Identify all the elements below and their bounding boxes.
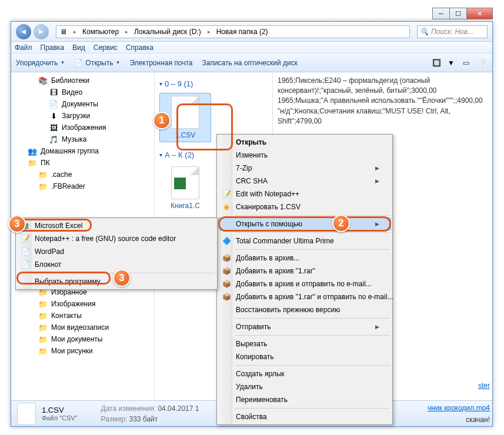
tree-pc[interactable]: 📁ПК — [11, 157, 154, 169]
menu-file[interactable]: Файл — [15, 44, 32, 52]
tree-item[interactable]: 📄Документы — [11, 98, 154, 110]
tree-item[interactable]: 🎞Видео — [11, 86, 154, 98]
file-label: Книга1.С — [162, 202, 209, 210]
tree-item[interactable]: 🖼Изображения — [11, 122, 154, 133]
folder-icon: 📁 — [38, 170, 48, 179]
toolbar: Упорядочить▼ 📄Открыть▼ Электронная почта… — [11, 53, 492, 72]
status-date-label: Дата изменения: — [101, 404, 156, 413]
ctx-open[interactable]: Открыть — [218, 136, 391, 149]
callout-badge-2: 2 — [332, 215, 350, 232]
tree-item[interactable]: 📁.FBReader — [11, 180, 154, 192]
maximize-button[interactable]: ☐ — [449, 8, 467, 19]
ctx-delete[interactable]: Удалить — [218, 380, 391, 393]
music-icon: 🎵 — [49, 135, 58, 144]
tree-item[interactable]: 📁Мои рисунки — [11, 345, 154, 357]
folder-icon: 📁 — [38, 323, 48, 332]
ctx-cut[interactable]: Вырезать — [218, 337, 391, 350]
forward-button[interactable]: ► — [34, 24, 49, 39]
status-date: 04.04.2017 1 — [158, 404, 199, 413]
email-button[interactable]: Электронная почта — [129, 59, 192, 67]
ctx-copy[interactable]: Копировать — [218, 350, 391, 363]
burn-button[interactable]: Записать на оптический диск — [202, 59, 298, 67]
tree-libraries[interactable]: 📚Библиотеки — [11, 75, 154, 86]
tree-item[interactable]: 📁Контакты — [11, 310, 154, 322]
folder-icon: 📁 — [38, 334, 48, 344]
close-button[interactable]: ✕ — [466, 8, 493, 19]
download-icon: ⬇ — [49, 111, 58, 121]
view-dropdown[interactable]: ▼ — [448, 59, 455, 67]
folder-icon: 📁 — [28, 158, 37, 168]
ctx-archive[interactable]: 📦Добавить в архив и отправить по e-mail.… — [218, 277, 391, 290]
breadcrumb[interactable]: Компьютер — [79, 28, 123, 36]
menu-tools[interactable]: Сервис — [94, 44, 118, 52]
search-placeholder: Поиск: Нов... — [431, 28, 473, 36]
group-header[interactable]: 0 – 9 (1) — [159, 79, 268, 88]
ctx-edit[interactable]: Изменить — [218, 149, 391, 162]
folder-icon: 📁 — [38, 311, 48, 320]
callout-ring-2 — [218, 216, 391, 232]
ctx-7zip[interactable]: 7-Zip▶ — [218, 162, 391, 175]
address-bar[interactable]: 🖥▸ Компьютер▸ Локальный диск (D:)▸ Новая… — [56, 25, 410, 38]
ctx-archive[interactable]: 📦Добавить в архив "1.rar" и отправить по… — [218, 290, 391, 303]
menu-help[interactable]: Справка — [126, 44, 153, 52]
document-icon: 📄 — [49, 99, 58, 109]
ctx-scan[interactable]: ◉Сканировать 1.CSV — [218, 200, 391, 213]
file-icon — [17, 403, 36, 425]
file-book1[interactable]: Книга1.С — [159, 164, 211, 212]
menu-bar: Файл Правка Вид Сервис Справка — [11, 42, 492, 53]
ctx-archive[interactable]: 📦Добавить в архив... — [218, 252, 391, 265]
tree-item[interactable]: 📁Мои видеозаписи — [11, 322, 154, 333]
ctx-properties[interactable]: Свойства — [218, 410, 391, 423]
back-button[interactable]: ◄ — [16, 24, 31, 39]
tree-item[interactable]: 📁Изображения — [11, 298, 154, 310]
breadcrumb[interactable]: Новая папка (2) — [213, 28, 272, 36]
preview-pane-icon[interactable]: ▭ — [460, 58, 471, 68]
extra-link[interactable]: ster — [478, 382, 490, 390]
menu-view[interactable]: Вид — [72, 44, 85, 52]
help-icon[interactable]: ❔ — [477, 58, 488, 68]
ctx-editnp[interactable]: 📝Edit with Notepad++ — [218, 188, 391, 200]
ctx-npp[interactable]: 📝Notepad++ : a free (GNU) source code ed… — [17, 232, 216, 245]
search-icon: 🔍 — [420, 28, 429, 36]
extra-link[interactable]: чник крокодил.mp4 — [428, 404, 490, 412]
nav-bar: ◄ ► 🖥▸ Компьютер▸ Локальный диск (D:)▸ Н… — [11, 22, 492, 42]
callout-badge-1: 1 — [153, 112, 171, 129]
callout-ring-3b — [16, 272, 111, 285]
organize-button[interactable]: Упорядочить▼ — [16, 59, 65, 67]
tree-item[interactable]: 📁Мои документы — [11, 333, 154, 345]
ctx-totalcmd[interactable]: 🔷Total Commander Ultima Prime — [218, 235, 391, 247]
view-icon[interactable]: 🔲 — [431, 58, 442, 68]
ctx-shortcut[interactable]: Создать ярлык — [218, 367, 391, 380]
ctx-wordpad[interactable]: 📄WordPad — [17, 245, 216, 258]
status-filetype: Файл "CSV" — [42, 414, 78, 421]
minimize-button[interactable]: ─ — [432, 8, 450, 19]
extra-text: скачан! — [466, 416, 490, 424]
callout-badge-3b: 3 — [113, 269, 131, 287]
notepadpp-icon: 📝 — [21, 234, 30, 243]
ctx-rename[interactable]: Переименовать — [218, 393, 391, 406]
wordpad-icon: 📄 — [21, 247, 30, 256]
ctx-restore[interactable]: Восстановить прежнюю версию — [218, 303, 391, 316]
scan-icon: ◉ — [222, 202, 231, 212]
open-icon: 📄 — [74, 59, 83, 67]
breadcrumb[interactable]: Локальный диск (D:) — [131, 28, 205, 36]
ctx-send[interactable]: Отправить▶ — [218, 320, 391, 333]
menu-edit[interactable]: Правка — [41, 44, 65, 52]
ctx-notepad[interactable]: 📄Блокнот — [17, 258, 216, 271]
open-button[interactable]: 📄Открыть▼ — [74, 59, 120, 67]
search-input[interactable]: 🔍 Поиск: Нов... — [417, 25, 488, 38]
callout-badge-3a: 3 — [8, 215, 26, 233]
context-menu: Открыть Изменить 7-Zip▶ CRC SHA▶ 📝Edit w… — [216, 134, 393, 425]
callout-ring-1 — [176, 103, 233, 150]
notepad-icon: 📄 — [21, 260, 30, 269]
notepadpp-icon: 📝 — [222, 189, 231, 199]
status-size-label: Размер: — [101, 415, 128, 423]
ctx-crc[interactable]: CRC SHA▶ — [218, 175, 391, 188]
tree-item[interactable]: 📁.cache — [11, 169, 154, 180]
status-filename: 1.CSV — [42, 406, 78, 414]
tree-item[interactable]: 🎵Музыка — [11, 133, 154, 145]
ctx-archive[interactable]: 📦Добавить в архив "1.rar" — [218, 265, 391, 277]
tree-homegroup[interactable]: 👥Домашняя группа — [11, 145, 154, 157]
winrar-icon: 📦 — [222, 279, 231, 289]
tree-item[interactable]: ⬇Загрузки — [11, 110, 154, 122]
